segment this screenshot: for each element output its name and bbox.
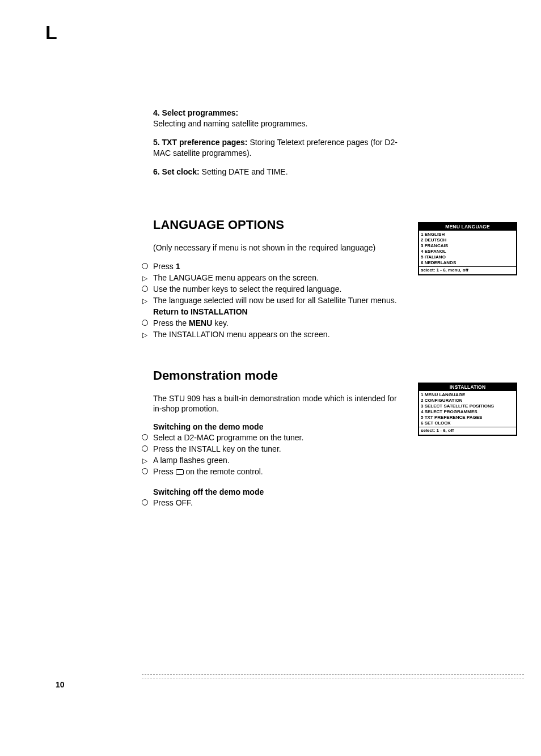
step-press-1: Press 1	[140, 261, 403, 272]
osd-footer: select: 1 - 6, menu, off	[419, 266, 516, 274]
osd-footer: select: 1 - 6, off	[419, 427, 516, 435]
step-text: The LANGUAGE menu appears on the screen.	[153, 273, 319, 282]
triangle-bullet-icon	[140, 273, 150, 283]
step-press-menu: Press the MENU key.	[140, 318, 403, 329]
step-press-install: Press the INSTALL key on the tuner.	[140, 444, 403, 455]
circle-bullet-icon	[140, 284, 150, 295]
step-lamp-flashes: A lamp flashes green.	[140, 455, 403, 466]
demo-off-steps: Press OFF.	[140, 498, 403, 508]
heading-demonstration-mode: Demonstration mode	[153, 368, 403, 383]
osd-body: 1 MENU LANGUAGE 2 CONFIGURATION 3 SELECT…	[419, 391, 516, 427]
circle-bullet-icon	[140, 318, 150, 329]
step-text-tail: on the remote control.	[184, 467, 263, 476]
step-press-remote: Press on the remote control.	[140, 466, 403, 477]
osd-menu-language: MENU LANGUAGE 1 ENGLISH 2 DEUTSCH 3 FRAN…	[418, 222, 517, 275]
language-steps: Press 1 The LANGUAGE menu appears on the…	[140, 261, 403, 339]
intro-item-5: 5. TXT preference pages: Storing Teletex…	[153, 137, 403, 159]
key-menu: MENU	[189, 318, 212, 328]
step-text: The language selected will now be used f…	[153, 296, 397, 305]
osd-title: INSTALLATION	[419, 384, 516, 391]
osd-item: 1 ENGLISH	[421, 232, 514, 237]
language-note: (Only necessary if menu is not shown in …	[153, 243, 403, 253]
item5-title: 5. TXT preference pages:	[153, 138, 248, 147]
step-text: Press OFF.	[153, 498, 193, 507]
circle-bullet-icon	[140, 466, 150, 477]
step-text: Select a D2-MAC programme on the tuner.	[153, 433, 303, 442]
osd-item: 4 SELECT PROGRAMMES	[421, 409, 514, 415]
triangle-bullet-icon	[140, 455, 150, 466]
circle-bullet-icon	[140, 432, 150, 443]
osd-item: 2 CONFIGURATION	[421, 398, 514, 404]
osd-item: 5 ITALIANO	[421, 254, 514, 260]
osd-installation: INSTALLATION 1 MENU LANGUAGE 2 CONFIGURA…	[418, 383, 517, 436]
osd-item: 6 NEDERLANDS	[421, 260, 514, 266]
page-number: 10	[56, 680, 65, 689]
osd-item: 2 DEUTSCH	[421, 237, 514, 243]
step-press-off: Press OFF.	[140, 498, 403, 508]
item6-body: Setting DATE and TIME.	[200, 167, 288, 176]
heading-language-options: LANGUAGE OPTIONS	[153, 218, 403, 232]
step-text: A lamp flashes green.	[153, 456, 230, 465]
switching-off-title: Switching off the demo mode	[153, 487, 403, 496]
key-1: 1	[176, 262, 180, 271]
step-language-applied: The language selected will now be used f…	[140, 295, 403, 306]
osd-item: 4 ESPANOL	[421, 249, 514, 254]
step-select-d2mac: Select a D2-MAC programme on the tuner.	[140, 432, 403, 443]
step-text: The INSTALLATION menu appears on the scr…	[153, 330, 330, 339]
step-select-language: Use the number keys to select the requir…	[140, 284, 403, 295]
scan-artifact-line	[142, 674, 524, 677]
step-language-menu-appears: The LANGUAGE menu appears on the screen.	[140, 273, 403, 283]
osd-item: 5 TXT PREFERENCE PAGES	[421, 415, 514, 421]
item4-body: Selecting and naming satellite programme…	[153, 119, 307, 128]
step-text-tail: key.	[212, 318, 229, 328]
osd-item: 6 SET CLOCK	[421, 421, 514, 426]
subheading: Return to INSTALLATION	[153, 307, 248, 316]
triangle-bullet-icon	[140, 295, 150, 306]
step-text: Press the INSTALL key on the tuner.	[153, 444, 281, 453]
circle-bullet-icon	[140, 444, 150, 455]
osd-title: MENU LANGUAGE	[419, 223, 516, 231]
item6-title: 6. Set clock:	[153, 167, 200, 176]
step-text: Press	[153, 467, 176, 476]
osd-item: 3 FRANCAIS	[421, 243, 514, 249]
corner-mark: L	[45, 22, 57, 44]
tv-remote-icon	[176, 469, 184, 475]
circle-bullet-icon	[140, 498, 150, 508]
main-text-column: 4. Select programmes: Selecting and nami…	[153, 108, 403, 509]
osd-item: 3 SELECT SATELLITE POSITIONS	[421, 404, 514, 409]
triangle-bullet-icon	[140, 329, 150, 340]
step-installation-menu-appears: The INSTALLATION menu appears on the scr…	[140, 329, 403, 340]
intro-item-6: 6. Set clock: Setting DATE and TIME.	[153, 167, 403, 177]
demo-intro: The STU 909 has a built-in demonstration…	[153, 393, 403, 415]
osd-body: 1 ENGLISH 2 DEUTSCH 3 FRANCAIS 4 ESPANOL…	[419, 231, 516, 266]
step-text: Use the number keys to select the requir…	[153, 284, 341, 294]
step-text: Press the	[153, 318, 189, 328]
step-text: Press	[153, 262, 176, 271]
intro-item-4: 4. Select programmes: Selecting and nami…	[153, 108, 403, 129]
circle-bullet-icon	[140, 261, 150, 272]
switching-on-title: Switching on the demo mode	[153, 422, 403, 431]
item4-title: 4. Select programmes:	[153, 108, 238, 117]
demo-on-steps: Select a D2-MAC programme on the tuner. …	[140, 432, 403, 477]
return-to-installation-title: Return to INSTALLATION	[140, 307, 403, 317]
osd-item: 1 MENU LANGUAGE	[421, 392, 514, 398]
